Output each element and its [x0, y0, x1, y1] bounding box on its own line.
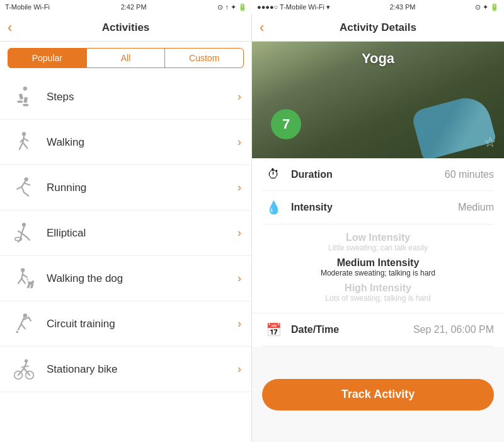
intensity-high-sub: Lots of sweating; talking is hard [325, 294, 430, 303]
svg-line-13 [17, 187, 21, 189]
tab-popular[interactable]: Popular [8, 48, 87, 68]
tab-custom[interactable]: Custom [165, 48, 244, 68]
track-activity-button[interactable]: Track Activity [262, 379, 494, 410]
left-status-bar: T-Mobile Wi-Fi 2:42 PM ⊙ ↑ ✦ 🔋 [0, 0, 252, 14]
svg-line-28 [21, 279, 25, 283]
left-status-icons: ⊙ ↑ ✦ 🔋 [217, 3, 247, 11]
right-back-button[interactable]: ‹ [260, 20, 264, 36]
timer-icon: ⏱ [262, 167, 285, 182]
list-item[interactable]: Walking the dog › [0, 256, 251, 301]
intensity-low[interactable]: Low Intensity Little sweating; can talk … [328, 230, 428, 255]
left-panel: ‹ Activities Popular All Custom Steps › [0, 0, 252, 442]
intensity-value: Medium [458, 202, 494, 213]
svg-line-22 [21, 233, 26, 236]
chevron-icon: › [238, 363, 241, 376]
svg-point-11 [24, 177, 28, 181]
walking-dog-icon [10, 265, 38, 293]
svg-line-18 [21, 227, 24, 233]
right-panel: ‹ Activity Details Yoga 7 ☆ ⏱ Duration 6… [252, 0, 504, 442]
duration-row[interactable]: ⏱ Duration 60 minutes [262, 158, 494, 191]
intensity-high-label: High Intensity [325, 282, 430, 294]
svg-line-10 [24, 138, 28, 141]
calendar-icon: 📅 [262, 322, 285, 337]
svg-line-16 [25, 183, 30, 185]
hero-star-icon[interactable]: ☆ [484, 134, 496, 151]
running-icon [10, 174, 38, 202]
list-item[interactable]: Elliptical › [0, 211, 251, 256]
right-panel-title: Activity Details [340, 21, 416, 34]
chevron-icon: › [238, 317, 241, 330]
svg-point-17 [22, 223, 26, 226]
chevron-icon: › [238, 226, 241, 240]
list-item[interactable]: Steps › [0, 74, 251, 120]
right-carrier: ●●●●○ T-Mobile Wi-Fi ▾ [257, 3, 330, 11]
hero-badge: 7 [271, 109, 301, 139]
intensity-label: Intensity [291, 202, 458, 213]
svg-line-42 [28, 317, 31, 320]
activity-list: Steps › Walking › [0, 74, 251, 442]
activity-name-circuit: Circuit training [47, 318, 238, 330]
svg-point-37 [23, 313, 27, 317]
list-item[interactable]: Running › [0, 165, 251, 211]
track-button-area: Track Activity [252, 347, 504, 442]
hero-image: Yoga 7 ☆ [252, 42, 504, 158]
bike-icon [10, 356, 38, 383]
right-status-icons: ⊙ ✦ 🔋 [475, 3, 499, 11]
activity-name-running: Running [47, 182, 238, 194]
left-carrier: T-Mobile Wi-Fi [5, 3, 50, 11]
left-panel-title: Activities [102, 21, 150, 34]
list-item[interactable]: Stationary bike › [0, 347, 251, 392]
chevron-icon: › [238, 272, 241, 285]
svg-line-40 [21, 324, 25, 329]
right-header: ‹ Activity Details [252, 14, 504, 42]
activity-name-steps: Steps [47, 91, 238, 103]
svg-line-15 [24, 192, 28, 195]
tab-all[interactable]: All [87, 48, 166, 68]
svg-line-29 [23, 274, 26, 277]
svg-line-36 [27, 277, 29, 282]
date-row[interactable]: 📅 Date/Time Sep 21, 06:00 PM [262, 313, 494, 347]
svg-line-27 [18, 279, 21, 283]
left-header: ‹ Activities [0, 14, 251, 42]
chevron-icon: › [238, 181, 241, 194]
left-back-button[interactable]: ‹ [8, 20, 12, 36]
activity-name-walking: Walking [47, 136, 238, 149]
intensity-medium[interactable]: Medium Intensity Moderate sweating; talk… [321, 255, 435, 280]
svg-line-12 [21, 182, 25, 187]
date-label: Date/Time [291, 324, 413, 335]
svg-point-44 [25, 359, 28, 362]
svg-rect-3 [17, 100, 23, 103]
activity-name-elliptical: Elliptical [47, 227, 238, 240]
list-item[interactable]: Walking › [0, 120, 251, 165]
svg-point-25 [21, 268, 25, 272]
svg-point-43 [16, 330, 18, 333]
details-section: ⏱ Duration 60 minutes 💧 Intensity Medium [252, 158, 504, 224]
intensity-high[interactable]: High Intensity Lots of sweating; talking… [325, 280, 430, 305]
date-value: Sep 21, 06:00 PM [413, 324, 494, 335]
intensity-row[interactable]: 💧 Intensity Medium [262, 191, 494, 224]
svg-line-50 [21, 366, 28, 367]
svg-rect-2 [23, 96, 28, 103]
duration-label: Duration [291, 169, 445, 180]
circuit-icon [10, 310, 38, 338]
elliptical-icon [10, 219, 38, 247]
drop-icon: 💧 [262, 200, 285, 215]
date-section: 📅 Date/Time Sep 21, 06:00 PM [252, 313, 504, 347]
svg-line-41 [24, 317, 28, 320]
intensity-medium-sub: Moderate sweating; talking is hard [321, 269, 435, 277]
svg-line-49 [24, 363, 26, 368]
svg-line-8 [23, 142, 27, 148]
svg-line-7 [20, 142, 23, 149]
chevron-icon: › [238, 90, 241, 103]
tabs-bar: Popular All Custom [0, 42, 251, 74]
hero-activity-name: Yoga [362, 50, 394, 67]
intensity-medium-label: Medium Intensity [321, 257, 435, 269]
walking-icon [10, 129, 38, 156]
list-item[interactable]: Circuit training › [0, 301, 251, 347]
svg-line-38 [21, 318, 25, 324]
chevron-icon: › [238, 136, 241, 149]
svg-point-0 [23, 86, 27, 90]
right-status-bar: ●●●●○ T-Mobile Wi-Fi ▾ 2:43 PM ⊙ ✦ 🔋 [252, 0, 504, 14]
intensity-low-sub: Little sweating; can talk easily [328, 243, 428, 252]
svg-rect-4 [23, 103, 28, 106]
